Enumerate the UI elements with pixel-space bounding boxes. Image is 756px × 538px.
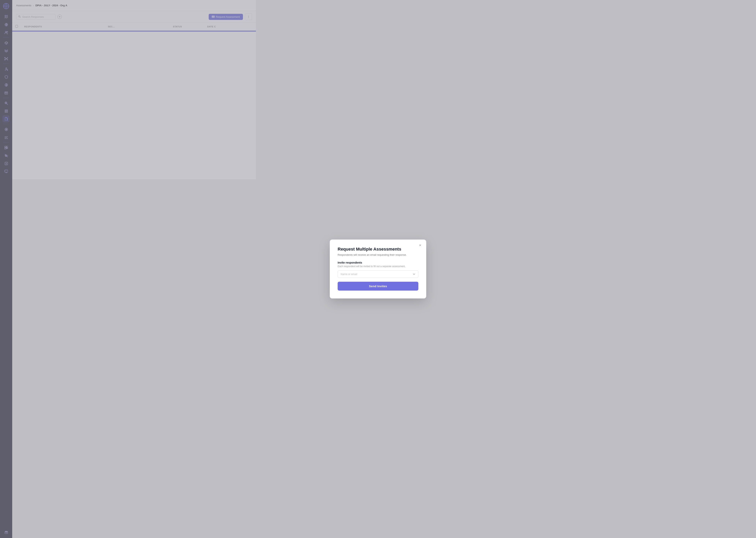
modal-overlay[interactable]: × Request Multiple Assessments Responden… (0, 0, 256, 179)
